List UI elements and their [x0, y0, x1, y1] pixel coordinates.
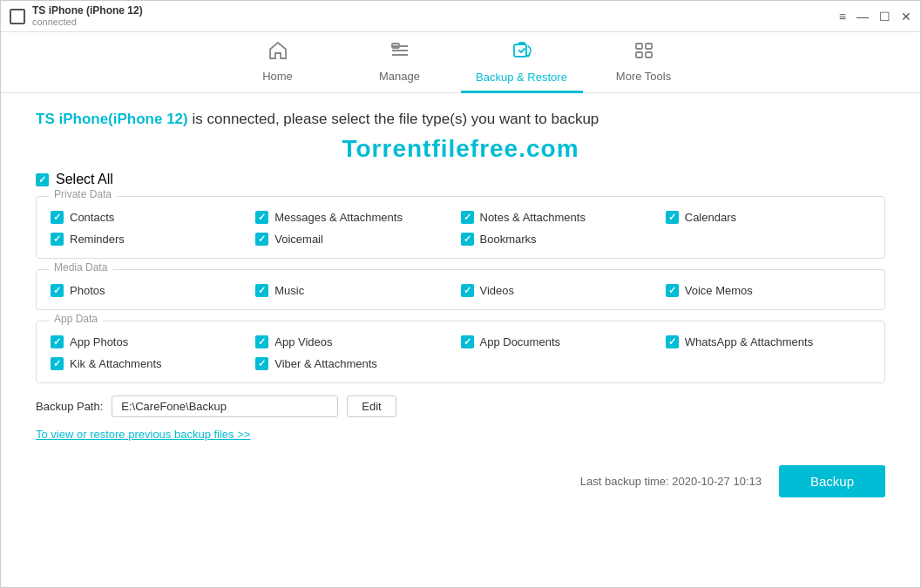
- select-all-label: Select All: [56, 172, 113, 187]
- notes-label: Notes & Attachments: [480, 211, 586, 224]
- nav-more-tools[interactable]: More Tools: [583, 32, 705, 93]
- music-label: Music: [274, 284, 304, 297]
- bookmarks-checkbox[interactable]: [461, 233, 474, 246]
- list-item: Videos: [461, 284, 666, 297]
- header-device-name: TS iPhone(iPhone 12): [36, 111, 188, 127]
- nav-manage-label: Manage: [379, 70, 420, 83]
- videos-label: Videos: [480, 284, 515, 297]
- select-all-checkbox[interactable]: [36, 173, 49, 186]
- device-name: TS iPhone (iPhone 12): [32, 4, 143, 17]
- footer-bar: Last backup time: 2020-10-27 10:13 Backu…: [36, 456, 885, 497]
- messages-label: Messages & Attachments: [274, 211, 403, 224]
- list-item: Calendars: [666, 211, 870, 224]
- home-icon: [267, 40, 288, 66]
- app-videos-label: App Videos: [274, 335, 332, 348]
- nav-home[interactable]: Home: [217, 32, 339, 93]
- svg-rect-5: [646, 52, 652, 57]
- calendars-label: Calendars: [685, 211, 736, 224]
- edit-button[interactable]: Edit: [347, 395, 396, 417]
- list-item: Contacts: [51, 211, 255, 224]
- app-data-label: App Data: [49, 313, 103, 325]
- notes-checkbox[interactable]: [461, 211, 474, 224]
- videos-checkbox[interactable]: [461, 284, 474, 297]
- list-item: Reminders: [51, 233, 255, 246]
- photos-label: Photos: [70, 284, 105, 297]
- page-header: TS iPhone(iPhone 12) is connected, pleas…: [36, 111, 885, 128]
- title-bar: TS iPhone (iPhone 12) connected ≡ — ☐ ✕: [1, 1, 920, 32]
- music-checkbox[interactable]: [255, 284, 268, 297]
- title-bar-text: TS iPhone (iPhone 12) connected: [32, 4, 143, 29]
- backup-path-row: Backup Path: Edit: [36, 395, 885, 417]
- nav-backup-restore-label: Backup & Restore: [476, 71, 567, 84]
- bookmarks-label: Bookmarks: [480, 233, 537, 246]
- main-content: TS iPhone(iPhone 12) is connected, pleas…: [1, 93, 920, 588]
- backup-restore-icon: [511, 39, 533, 67]
- list-item: Notes & Attachments: [461, 211, 666, 224]
- app-data-section: App Data App Photos App Videos App Docum…: [36, 321, 885, 383]
- list-item: Music: [255, 284, 460, 297]
- media-data-section: Media Data Photos Music Videos Voice Mem…: [36, 269, 885, 310]
- list-item: App Videos: [255, 335, 460, 348]
- app-videos-checkbox[interactable]: [255, 335, 268, 348]
- nav-bar: Home Manage Backup & Restore: [1, 32, 920, 93]
- backup-path-label: Backup Path:: [36, 400, 103, 413]
- backup-button[interactable]: Backup: [779, 465, 885, 497]
- list-item: Photos: [51, 284, 255, 297]
- app-documents-checkbox[interactable]: [461, 335, 474, 348]
- viber-checkbox[interactable]: [255, 357, 268, 370]
- title-bar-left: TS iPhone (iPhone 12) connected: [10, 4, 143, 29]
- nav-home-label: Home: [262, 70, 293, 83]
- app-data-grid: App Photos App Videos App Documents What…: [51, 335, 870, 370]
- menu-icon[interactable]: ≡: [839, 10, 846, 24]
- voicemail-checkbox[interactable]: [255, 233, 268, 246]
- list-item: Voicemail: [255, 233, 460, 246]
- messages-checkbox[interactable]: [255, 211, 268, 224]
- list-item: Kik & Attachments: [51, 357, 255, 370]
- voice-memos-label: Voice Memos: [685, 284, 753, 297]
- close-icon[interactable]: ✕: [901, 10, 911, 24]
- window-controls[interactable]: ≡ — ☐ ✕: [839, 10, 911, 24]
- maximize-icon[interactable]: ☐: [879, 10, 891, 24]
- nav-backup-restore[interactable]: Backup & Restore: [461, 32, 583, 93]
- viber-label: Viber & Attachments: [274, 357, 377, 370]
- media-data-grid: Photos Music Videos Voice Memos: [51, 284, 870, 297]
- whatsapp-label: WhatsApp & Attachments: [685, 335, 813, 348]
- contacts-checkbox[interactable]: [51, 211, 64, 224]
- app-documents-label: App Documents: [480, 335, 561, 348]
- contacts-label: Contacts: [70, 211, 114, 224]
- app-photos-label: App Photos: [70, 335, 128, 348]
- calendars-checkbox[interactable]: [666, 211, 679, 224]
- nav-more-tools-label: More Tools: [616, 70, 671, 83]
- private-data-section: Private Data Contacts Messages & Attachm…: [36, 196, 885, 259]
- last-backup-text: Last backup time: 2020-10-27 10:13: [580, 475, 762, 488]
- list-item: Bookmarks: [461, 233, 666, 246]
- list-item: Viber & Attachments: [255, 357, 460, 370]
- app-photos-checkbox[interactable]: [51, 335, 64, 348]
- connection-status: connected: [32, 17, 143, 28]
- app-icon: [10, 9, 25, 24]
- photos-checkbox[interactable]: [51, 284, 64, 297]
- watermark: Torrentfilefree.com: [36, 135, 885, 163]
- kik-label: Kik & Attachments: [70, 357, 162, 370]
- list-item: App Photos: [51, 335, 255, 348]
- private-data-label: Private Data: [49, 188, 117, 200]
- restore-link[interactable]: To view or restore previous backup files…: [36, 428, 250, 441]
- voicemail-label: Voicemail: [274, 233, 323, 246]
- header-text: is connected, please select the file typ…: [188, 111, 599, 127]
- svg-rect-2: [636, 44, 642, 49]
- reminders-checkbox[interactable]: [51, 233, 64, 246]
- kik-checkbox[interactable]: [51, 357, 64, 370]
- nav-manage[interactable]: Manage: [339, 32, 461, 93]
- list-item: App Documents: [461, 335, 666, 348]
- list-item: Voice Memos: [666, 284, 870, 297]
- media-data-label: Media Data: [49, 261, 112, 274]
- voice-memos-checkbox[interactable]: [666, 284, 679, 297]
- svg-rect-3: [646, 44, 652, 49]
- list-item: WhatsApp & Attachments: [666, 335, 870, 348]
- svg-rect-4: [636, 52, 642, 57]
- more-tools-icon: [633, 40, 654, 66]
- whatsapp-checkbox[interactable]: [666, 335, 679, 348]
- list-item: Messages & Attachments: [255, 211, 460, 224]
- backup-path-input[interactable]: [112, 395, 338, 417]
- minimize-icon[interactable]: —: [857, 10, 869, 24]
